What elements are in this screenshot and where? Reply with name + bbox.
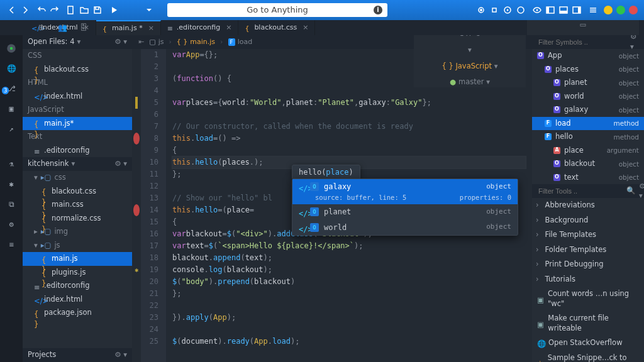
tree-file[interactable]: { }package.json bbox=[23, 306, 132, 320]
redo-icon[interactable] bbox=[49, 4, 60, 16]
symbol-item[interactable]: Oplacesobject bbox=[532, 63, 644, 77]
symbol-item[interactable]: Floadmethod bbox=[532, 117, 644, 131]
open-folder-icon[interactable] bbox=[79, 4, 90, 16]
nav-forward-icon[interactable] bbox=[19, 4, 31, 16]
code-line[interactable]: console.log(blackout); bbox=[172, 264, 526, 276]
code-line[interactable]: }; bbox=[172, 288, 526, 300]
tab-main-js-[interactable]: { }main.js *× bbox=[96, 20, 161, 35]
tree-folder[interactable]: ▾▸▢css bbox=[23, 171, 132, 185]
code-editor[interactable]: ✱ 12345678910111213141516171819202122232… bbox=[132, 49, 532, 362]
layout-right-icon[interactable] bbox=[571, 4, 582, 16]
autocomplete-popup[interactable]: </>galaxyobjectsource: buffer, line: 5pr… bbox=[292, 178, 518, 236]
open-file-item[interactable]: { }main.js* bbox=[23, 117, 132, 131]
symbol-item[interactable]: Otextobject bbox=[532, 171, 644, 185]
info-icon[interactable]: i bbox=[374, 6, 382, 14]
dropdown-icon[interactable] bbox=[143, 4, 155, 16]
symbol-item[interactable]: Oplanetobject bbox=[532, 76, 644, 90]
rail-lint-icon[interactable] bbox=[4, 41, 18, 55]
code-line[interactable] bbox=[172, 61, 526, 73]
tab-blackout-css[interactable]: { }blackout.css× bbox=[238, 20, 315, 35]
breakpoint-icon[interactable] bbox=[133, 204, 140, 216]
save-icon[interactable] bbox=[92, 4, 103, 16]
record-icon[interactable] bbox=[475, 4, 487, 16]
tool-item[interactable]: ✶Sample Snippe…ck to Insert bbox=[532, 351, 644, 362]
symbol-item[interactable]: Oblackoutobject bbox=[532, 157, 644, 171]
rail-share-icon[interactable]: ↗ bbox=[4, 122, 18, 136]
tool-category[interactable]: Folder Templates bbox=[532, 243, 644, 258]
close-icon[interactable]: × bbox=[303, 23, 308, 33]
tree-file[interactable]: { }main.js bbox=[23, 252, 132, 266]
tree-file[interactable]: { }main.css bbox=[23, 198, 132, 212]
layout-bottom-icon[interactable] bbox=[558, 4, 569, 16]
tree-file[interactable]: </>index.html bbox=[23, 293, 132, 307]
code-line[interactable] bbox=[172, 300, 526, 312]
code-line[interactable]: this.load = () => bbox=[172, 133, 526, 145]
code-line[interactable]: }).apply(App); bbox=[172, 312, 526, 324]
tool-category[interactable]: File Templates bbox=[532, 228, 644, 243]
tab-files-icon[interactable]: 🗎 bbox=[38, 23, 45, 33]
code-line[interactable] bbox=[172, 85, 526, 97]
code-line[interactable]: { bbox=[172, 145, 526, 156]
tool-category[interactable]: Tutorials bbox=[532, 272, 644, 287]
open-file-item[interactable]: </>index.html bbox=[23, 90, 132, 104]
code-line[interactable]: var text = $(`<span>Hello ${place}!</spa… bbox=[172, 240, 526, 252]
tool-category[interactable]: Abbreviations bbox=[532, 198, 644, 213]
close-icon[interactable]: × bbox=[148, 24, 154, 33]
autocomplete-item[interactable]: </>planetobject bbox=[292, 204, 518, 219]
rail-globe-icon[interactable]: 🌐 bbox=[4, 62, 18, 75]
tree-file[interactable]: { }normalize.css bbox=[23, 212, 132, 226]
symbol-item[interactable]: Fhellomethod bbox=[532, 130, 644, 144]
rail-stats-icon[interactable]: ⧉ bbox=[4, 197, 18, 211]
tree-file[interactable]: { }plugins.js bbox=[23, 266, 132, 280]
symbol-item[interactable]: Aplaceargument bbox=[532, 144, 644, 158]
tab--editorconfig[interactable]: ≡.editorconfig× bbox=[161, 20, 239, 35]
projects-header[interactable]: Projects ⚙ ▾ bbox=[23, 348, 132, 362]
bookmark-icon[interactable]: ✱ bbox=[135, 264, 138, 276]
layout-left-icon[interactable] bbox=[545, 4, 556, 16]
eye-icon[interactable] bbox=[531, 4, 543, 16]
nav-back-icon[interactable] bbox=[6, 4, 18, 16]
code-line[interactable]: $(document).ready(App.load); bbox=[172, 336, 526, 348]
symbol-item[interactable]: OAppobject bbox=[532, 49, 644, 63]
menu-icon[interactable] bbox=[587, 4, 599, 16]
autocomplete-item[interactable]: </>galaxyobjectsource: buffer, line: 5pr… bbox=[292, 179, 518, 204]
code-line[interactable]: blackout.append(text); bbox=[172, 252, 526, 264]
tree-folder[interactable]: ▸▸▢img bbox=[23, 225, 132, 239]
tab-db-icon[interactable]: 🗄 bbox=[80, 23, 87, 33]
save-circle-icon[interactable] bbox=[515, 4, 526, 16]
tool-item[interactable]: 🌐Open StackOverflow bbox=[532, 336, 644, 351]
symbol-item[interactable]: Oworldobject bbox=[532, 90, 644, 104]
rail-regex-icon[interactable]: ✱ bbox=[4, 177, 18, 191]
goto-anything-input[interactable]: Go to Anything i bbox=[167, 3, 387, 17]
tool-item[interactable]: ▣Count words …n using "wc" bbox=[532, 287, 644, 311]
tool-category[interactable]: Print Debugging bbox=[532, 257, 644, 272]
tab-users-icon[interactable]: 👥 bbox=[58, 23, 67, 33]
tree-folder[interactable]: ▾▸▢js bbox=[23, 239, 132, 253]
gear-icon[interactable]: ⚙ ▾ bbox=[114, 350, 127, 360]
undo-icon[interactable] bbox=[36, 4, 47, 16]
rail-db-icon[interactable]: ≡ bbox=[4, 238, 18, 251]
rail-vcs-icon[interactable]: ⎇ bbox=[4, 82, 18, 96]
tree-header[interactable]: kitchensink ▾ ⚙ ▾ bbox=[23, 157, 132, 171]
breadcrumb-nav-icon[interactable]: ⇤ bbox=[138, 38, 144, 47]
open-file-item[interactable]: ≡.editorconfig bbox=[23, 144, 132, 158]
tree-file[interactable]: { }blackout.css bbox=[23, 185, 132, 199]
run-icon[interactable] bbox=[108, 4, 119, 16]
code-line[interactable]: // Our constructor, called when the docu… bbox=[172, 121, 526, 133]
new-file-icon[interactable] bbox=[65, 4, 77, 16]
search-icon[interactable]: 🔍 bbox=[626, 186, 635, 196]
tool-category[interactable]: Background bbox=[532, 213, 644, 228]
code-line[interactable]: (function() { bbox=[172, 73, 526, 85]
tree-file[interactable]: ≡.editorconfig bbox=[23, 279, 132, 293]
breadcrumb-folder[interactable]: ▢js bbox=[149, 38, 164, 47]
symbol-item[interactable]: Ogalaxyobject bbox=[532, 103, 644, 117]
gear-icon[interactable]: ⚙ ▾ bbox=[114, 159, 127, 169]
stop-icon[interactable] bbox=[489, 4, 500, 16]
breakpoint-icon[interactable] bbox=[133, 133, 140, 145]
rail-settings-icon[interactable]: ⚙ bbox=[4, 217, 18, 231]
play-circle-icon[interactable] bbox=[502, 4, 513, 16]
filter-symbols-input[interactable]: ⚙ ▾ bbox=[532, 35, 644, 49]
tool-item[interactable]: ▣Make current file writeable bbox=[532, 311, 644, 336]
rail-flask-icon[interactable]: ⚗ bbox=[4, 157, 18, 171]
code-line[interactable]: $("body").prepend(blackout) bbox=[172, 276, 526, 288]
